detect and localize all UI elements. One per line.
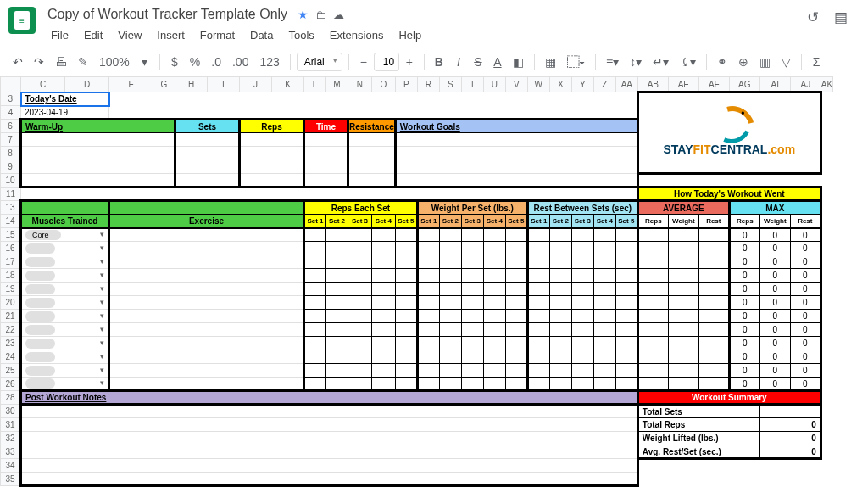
cell[interactable] xyxy=(371,283,395,296)
cell[interactable] xyxy=(593,296,615,310)
cell[interactable] xyxy=(549,364,571,378)
cell[interactable] xyxy=(461,378,483,391)
cell[interactable] xyxy=(21,405,638,418)
cell[interactable] xyxy=(175,160,240,174)
currency-icon[interactable]: $ xyxy=(166,52,183,72)
cell[interactable] xyxy=(304,310,326,323)
cell[interactable]: 0 xyxy=(760,323,790,337)
cell[interactable]: How Today's Workout Went xyxy=(637,188,821,201)
cell[interactable] xyxy=(668,296,698,310)
menu-help[interactable]: Help xyxy=(392,25,428,45)
cell[interactable] xyxy=(637,228,668,242)
row-header[interactable]: 31 xyxy=(1,418,21,432)
cell[interactable]: 0 xyxy=(729,337,760,350)
cell[interactable] xyxy=(527,255,549,269)
cell[interactable] xyxy=(109,364,304,378)
muscle-dropdown[interactable] xyxy=(21,310,109,323)
muscle-dropdown[interactable] xyxy=(21,378,109,391)
row-header[interactable]: 28 xyxy=(1,391,21,405)
cell[interactable] xyxy=(549,350,571,364)
cell[interactable] xyxy=(668,337,698,350)
cell[interactable] xyxy=(698,296,729,310)
muscle-dropdown[interactable]: Core xyxy=(21,228,109,242)
cell[interactable]: 0 xyxy=(729,255,760,269)
cell[interactable] xyxy=(527,228,549,242)
row-header[interactable]: 7 xyxy=(1,133,21,147)
cell[interactable]: Set 3 xyxy=(348,215,372,228)
cell[interactable] xyxy=(21,473,638,486)
cell[interactable] xyxy=(371,242,395,255)
cell[interactable]: 0 xyxy=(790,364,821,378)
wrap-icon[interactable]: ↵▾ xyxy=(648,52,673,72)
cell[interactable] xyxy=(461,323,483,337)
cell[interactable]: MAX xyxy=(729,201,821,215)
cell[interactable]: 0 xyxy=(760,296,790,310)
cell[interactable]: 0 xyxy=(729,310,760,323)
chart-icon[interactable]: ▥ xyxy=(755,52,775,72)
cell[interactable] xyxy=(326,296,348,310)
row-header[interactable]: 13 xyxy=(1,201,21,215)
cell[interactable] xyxy=(417,269,439,283)
cell[interactable] xyxy=(348,337,372,350)
cell[interactable] xyxy=(483,323,505,337)
cell[interactable] xyxy=(109,283,304,296)
muscle-dropdown[interactable] xyxy=(21,350,109,364)
cell[interactable] xyxy=(593,283,615,296)
cell[interactable] xyxy=(549,323,571,337)
italic-icon[interactable]: I xyxy=(450,52,467,72)
cell[interactable]: Rest Between Sets (sec) xyxy=(527,201,637,215)
cell[interactable] xyxy=(109,201,304,215)
cell[interactable] xyxy=(698,323,729,337)
cell[interactable] xyxy=(505,242,527,255)
cell[interactable] xyxy=(615,296,637,310)
cell[interactable] xyxy=(417,350,439,364)
cell[interactable] xyxy=(615,378,637,391)
cell[interactable] xyxy=(698,269,729,283)
cell[interactable] xyxy=(760,405,821,418)
cell[interactable] xyxy=(417,228,439,242)
cell[interactable] xyxy=(326,242,348,255)
cell[interactable] xyxy=(21,201,109,215)
cell[interactable]: Weight xyxy=(760,215,790,228)
row-header[interactable]: 34 xyxy=(1,459,21,473)
cell[interactable] xyxy=(527,269,549,283)
paint-format-icon[interactable]: ✎ xyxy=(74,52,92,72)
cell[interactable]: Set 2 xyxy=(439,215,461,228)
cell[interactable] xyxy=(304,269,326,283)
cell[interactable]: 0 xyxy=(760,283,790,296)
cell[interactable] xyxy=(698,255,729,269)
cell[interactable]: Today's Date xyxy=(21,92,109,106)
cell[interactable]: 0 xyxy=(760,445,821,459)
star-icon[interactable]: ★ xyxy=(298,8,309,21)
cell[interactable]: Set 1 xyxy=(527,215,549,228)
menu-edit[interactable]: Edit xyxy=(77,25,109,45)
cell[interactable] xyxy=(175,133,240,147)
sheets-logo[interactable] xyxy=(8,7,36,34)
cell[interactable] xyxy=(439,323,461,337)
cell[interactable] xyxy=(395,160,637,174)
cell[interactable] xyxy=(637,269,668,283)
cell[interactable] xyxy=(505,296,527,310)
cell[interactable] xyxy=(395,174,637,188)
cell[interactable]: Total Sets xyxy=(637,405,760,418)
cell[interactable]: 0 xyxy=(790,310,821,323)
cell[interactable] xyxy=(505,378,527,391)
cell[interactable] xyxy=(593,378,615,391)
cell[interactable] xyxy=(505,255,527,269)
cell[interactable] xyxy=(326,310,348,323)
cell[interactable] xyxy=(348,133,396,147)
cell[interactable] xyxy=(371,337,395,350)
cell[interactable] xyxy=(417,364,439,378)
cell[interactable] xyxy=(371,228,395,242)
cell[interactable] xyxy=(527,283,549,296)
cell[interactable]: Post Workout Notes xyxy=(21,391,638,405)
font-size-input[interactable]: 10 xyxy=(374,53,399,71)
cell[interactable] xyxy=(615,323,637,337)
history-icon[interactable]: ↺ xyxy=(807,8,819,26)
cell[interactable] xyxy=(637,473,821,486)
cell[interactable] xyxy=(698,337,729,350)
cell[interactable] xyxy=(439,337,461,350)
cell[interactable] xyxy=(304,255,326,269)
cell[interactable] xyxy=(461,337,483,350)
cell[interactable] xyxy=(593,337,615,350)
